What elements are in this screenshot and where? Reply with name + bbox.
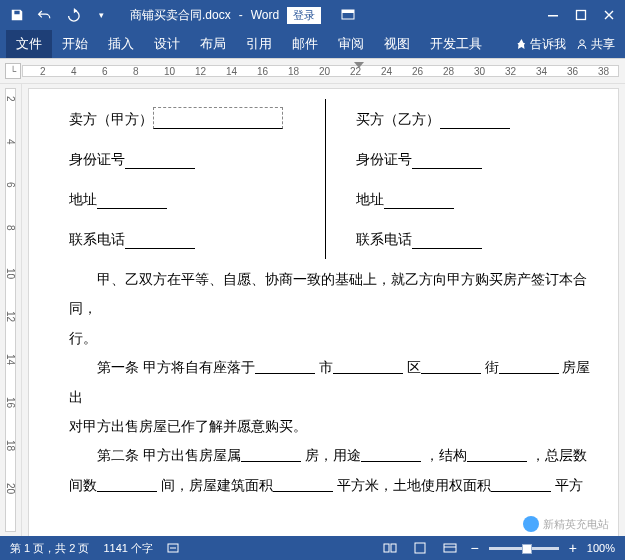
vertical-ruler[interactable]: 2468101214161820 bbox=[0, 84, 22, 536]
tab-references[interactable]: 引用 bbox=[236, 30, 282, 58]
ruler-tick: 30 bbox=[474, 66, 485, 77]
document-page[interactable]: 卖方（甲方） 身份证号 地址 联系电话 bbox=[28, 88, 619, 536]
seller-label: 卖方（甲方） bbox=[69, 101, 153, 137]
buyer-address-label: 地址 bbox=[356, 181, 384, 217]
tab-selector[interactable]: └ bbox=[5, 63, 21, 79]
window-controls bbox=[537, 9, 625, 21]
ruler-tick: 24 bbox=[381, 66, 392, 77]
minimize-icon[interactable] bbox=[547, 9, 559, 21]
tab-home[interactable]: 开始 bbox=[52, 30, 98, 58]
vruler-tick: 14 bbox=[5, 354, 16, 365]
tab-layout[interactable]: 布局 bbox=[190, 30, 236, 58]
vruler-tick: 18 bbox=[5, 440, 16, 451]
zoom-in-icon[interactable]: + bbox=[569, 540, 577, 556]
ruler-tick: 2 bbox=[40, 66, 46, 77]
title-separator: - bbox=[239, 8, 243, 22]
art1-line2: 对甲方出售房屋已作了解并愿意购买。 bbox=[69, 418, 307, 434]
undo-icon[interactable] bbox=[36, 6, 54, 24]
ruler-indent-marker[interactable] bbox=[354, 62, 364, 68]
svg-rect-9 bbox=[444, 544, 456, 552]
svg-rect-1 bbox=[342, 10, 354, 13]
status-bar: 第 1 页，共 2 页 1141 个字 − + 100% bbox=[0, 536, 625, 560]
svg-rect-6 bbox=[384, 544, 389, 552]
document-area: 2468101214161820 卖方（甲方） 身份证号 bbox=[0, 84, 625, 536]
titlebar: ▾ 商铺买卖合同.docx - Word 登录 bbox=[0, 0, 625, 30]
buyer-column: 买方（乙方） 身份证号 地址 联系电话 bbox=[326, 99, 592, 259]
page-indicator[interactable]: 第 1 页，共 2 页 bbox=[10, 541, 89, 556]
document-body-text[interactable]: 甲、乙双方在平等、自愿、协商一致的基础上，就乙方向甲方购买房产签订本合同， 行。… bbox=[69, 265, 592, 500]
seller-name-field[interactable]: 卖方（甲方） bbox=[69, 99, 305, 139]
tell-me-label: 告诉我 bbox=[530, 36, 566, 53]
ruler-tick: 32 bbox=[505, 66, 516, 77]
read-mode-icon[interactable] bbox=[380, 540, 400, 556]
print-layout-icon[interactable] bbox=[410, 540, 430, 556]
art1-c: 区 bbox=[407, 359, 421, 375]
web-layout-icon[interactable] bbox=[440, 540, 460, 556]
ruler-tick: 8 bbox=[133, 66, 139, 77]
tab-mailings[interactable]: 邮件 bbox=[282, 30, 328, 58]
ruler-tick: 4 bbox=[71, 66, 77, 77]
window-title: 商铺买卖合同.docx - Word 登录 bbox=[130, 7, 321, 24]
tab-developer[interactable]: 开发工具 bbox=[420, 30, 492, 58]
svg-rect-3 bbox=[577, 11, 586, 20]
art2-l2c: 平方米，土地使用权面积 bbox=[337, 477, 491, 493]
svg-point-4 bbox=[580, 40, 584, 44]
art2-b: 房，用途 bbox=[305, 447, 361, 463]
zoom-out-icon[interactable]: − bbox=[470, 540, 478, 556]
buyer-id-label: 身份证号 bbox=[356, 141, 412, 177]
word-count[interactable]: 1141 个字 bbox=[103, 541, 153, 556]
vruler-tick: 2 bbox=[5, 96, 16, 102]
tab-review[interactable]: 审阅 bbox=[328, 30, 374, 58]
ruler-tick: 16 bbox=[257, 66, 268, 77]
ruler-tick: 36 bbox=[567, 66, 578, 77]
close-icon[interactable] bbox=[603, 9, 615, 21]
tab-view[interactable]: 视图 bbox=[374, 30, 420, 58]
vruler-tick: 6 bbox=[5, 182, 16, 188]
art1-d: 街 bbox=[485, 359, 499, 375]
seller-address-label: 地址 bbox=[69, 181, 97, 217]
ribbon-display-options-icon[interactable] bbox=[339, 6, 357, 24]
tab-file[interactable]: 文件 bbox=[6, 30, 52, 58]
vruler-tick: 20 bbox=[5, 483, 16, 494]
tab-insert[interactable]: 插入 bbox=[98, 30, 144, 58]
art2-l2a: 间数 bbox=[69, 477, 97, 493]
app-name: Word bbox=[251, 8, 279, 22]
vruler-tick: 12 bbox=[5, 311, 16, 322]
language-indicator[interactable] bbox=[167, 542, 181, 554]
document-scroll[interactable]: 卖方（甲方） 身份证号 地址 联系电话 bbox=[22, 84, 625, 536]
watermark-text: 新精英充电站 bbox=[543, 517, 609, 532]
art2-a: 第二条 甲方出售房屋属 bbox=[97, 447, 241, 463]
ruler-tick: 34 bbox=[536, 66, 547, 77]
ruler-tick: 20 bbox=[319, 66, 330, 77]
ribbon-tabs: 文件 开始 插入 设计 布局 引用 邮件 审阅 视图 开发工具 告诉我 共享 bbox=[0, 30, 625, 58]
svg-rect-8 bbox=[415, 543, 425, 553]
login-button[interactable]: 登录 bbox=[287, 7, 321, 24]
horizontal-ruler[interactable]: └ 2468101214161820222426283032343638 bbox=[0, 58, 625, 84]
art1-b: 市 bbox=[319, 359, 333, 375]
redo-icon[interactable] bbox=[64, 6, 82, 24]
zoom-level[interactable]: 100% bbox=[587, 542, 615, 554]
qat-customize-icon[interactable]: ▾ bbox=[92, 6, 110, 24]
ruler-tick: 28 bbox=[443, 66, 454, 77]
seller-column: 卖方（甲方） 身份证号 地址 联系电话 bbox=[69, 99, 326, 259]
share-button[interactable]: 共享 bbox=[576, 36, 615, 53]
tab-design[interactable]: 设计 bbox=[144, 30, 190, 58]
art2-l2d: 平方 bbox=[555, 477, 583, 493]
para1b-text: 行。 bbox=[69, 330, 97, 346]
maximize-icon[interactable] bbox=[575, 9, 587, 21]
ruler-tick: 10 bbox=[164, 66, 175, 77]
ruler-tick: 12 bbox=[195, 66, 206, 77]
ruler-tick: 18 bbox=[288, 66, 299, 77]
vruler-tick: 4 bbox=[5, 139, 16, 145]
zoom-slider[interactable] bbox=[489, 547, 559, 550]
ruler-tick: 6 bbox=[102, 66, 108, 77]
art2-l2b: 间，房屋建筑面积 bbox=[161, 477, 273, 493]
vruler-tick: 16 bbox=[5, 397, 16, 408]
document-filename: 商铺买卖合同.docx bbox=[130, 7, 231, 24]
tell-me-search[interactable]: 告诉我 bbox=[515, 36, 566, 53]
save-icon[interactable] bbox=[8, 6, 26, 24]
ruler-tick: 14 bbox=[226, 66, 237, 77]
vruler-tick: 8 bbox=[5, 225, 16, 231]
art1-a: 第一条 甲方将自有座落于 bbox=[97, 359, 255, 375]
seller-phone-label: 联系电话 bbox=[69, 221, 125, 257]
